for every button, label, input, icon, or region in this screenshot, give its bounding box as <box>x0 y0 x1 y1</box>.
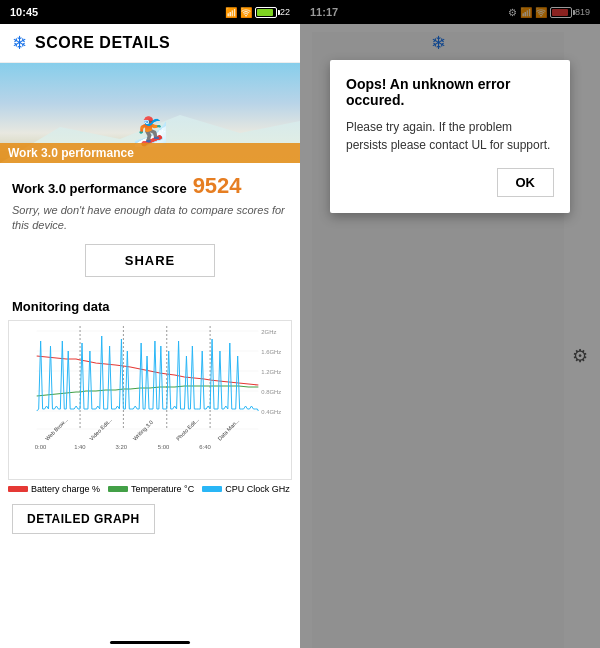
legend-cpu: CPU Clock GHz <box>202 484 290 494</box>
dialog-box: Oops! An unknown error occured. Please t… <box>330 60 570 213</box>
legend-dot-battery <box>8 486 28 492</box>
hero-image-left: Work 3.0 performance <box>0 63 300 163</box>
legend-dot-cpu <box>202 486 222 492</box>
svg-text:Writing 3.0: Writing 3.0 <box>132 419 154 442</box>
status-icons-left: 📶 🛜 22 <box>225 7 290 18</box>
svg-text:0.8GHz: 0.8GHz <box>261 389 281 395</box>
hero-figure-left <box>120 108 180 148</box>
legend-temp: Temperature °C <box>108 484 194 494</box>
nav-indicator-left <box>110 641 190 644</box>
dialog-title: Oops! An unknown error occured. <box>346 76 554 108</box>
chart-svg: 2GHz 1.6GHz 1.2GHz 0.8GHz 0.4GHz Web Bro… <box>17 321 283 451</box>
svg-text:Data Man...: Data Man... <box>216 417 240 442</box>
svg-text:1:40: 1:40 <box>74 444 86 450</box>
left-panel: 10:45 📶 🛜 22 ❄ SCORE DETAILS Work 3.0 pe… <box>0 0 300 648</box>
chart-container: 2GHz 1.6GHz 1.2GHz 0.8GHz 0.4GHz Web Bro… <box>8 320 292 480</box>
score-label: Work 3.0 performance score <box>12 181 187 196</box>
monitoring-title: Monitoring data <box>0 299 300 320</box>
hero-label-left: Work 3.0 performance <box>0 143 300 163</box>
right-panel: 11:17 ⚙ 📶 🛜 819 ❄ PCMARK ⚙ device. Swipe… <box>300 0 600 648</box>
legend-label-battery: Battery charge % <box>31 484 100 494</box>
dialog-actions: OK <box>346 168 554 197</box>
battery-icon-left <box>255 7 277 18</box>
legend-dot-temp <box>108 486 128 492</box>
snowflake-icon-left: ❄ <box>12 32 27 54</box>
sim-icon: 📶 <box>225 7 237 18</box>
app-title-left: SCORE DETAILS <box>35 34 170 52</box>
battery-text-left: 22 <box>280 7 290 17</box>
svg-text:0.4GHz: 0.4GHz <box>261 409 281 415</box>
svg-text:0:00: 0:00 <box>35 444 47 450</box>
score-note: Sorry, we don't have enough data to comp… <box>12 203 288 234</box>
detailed-graph-button[interactable]: DETAILED GRAPH <box>12 504 155 534</box>
chart-legend: Battery charge % Temperature °C CPU Cloc… <box>0 480 300 498</box>
score-value: 9524 <box>193 173 242 199</box>
legend-battery: Battery charge % <box>8 484 100 494</box>
battery-fill-left <box>257 9 273 16</box>
status-bar-left: 10:45 📶 🛜 22 <box>0 0 300 24</box>
share-button[interactable]: SHARE <box>85 244 215 277</box>
legend-label-cpu: CPU Clock GHz <box>225 484 290 494</box>
score-row: Work 3.0 performance score 9524 <box>12 173 288 199</box>
score-section: Work 3.0 performance score 9524 Sorry, w… <box>0 163 300 299</box>
svg-text:5:00: 5:00 <box>158 444 170 450</box>
left-scroll-content: Work 3.0 performance Work 3.0 performanc… <box>0 63 300 637</box>
legend-label-temp: Temperature °C <box>131 484 194 494</box>
wifi-icon-left: 🛜 <box>240 7 252 18</box>
svg-text:1.6GHz: 1.6GHz <box>261 349 281 355</box>
svg-text:6:40: 6:40 <box>199 444 211 450</box>
svg-text:3:20: 3:20 <box>116 444 128 450</box>
dialog-ok-button[interactable]: OK <box>497 168 555 197</box>
time-left: 10:45 <box>10 6 38 18</box>
app-header-left: ❄ SCORE DETAILS <box>0 24 300 63</box>
svg-text:1.2GHz: 1.2GHz <box>261 369 281 375</box>
dialog-overlay: Oops! An unknown error occured. Please t… <box>300 0 600 648</box>
dialog-message: Please try again. If the problem persist… <box>346 118 554 154</box>
svg-text:2GHz: 2GHz <box>261 329 276 335</box>
